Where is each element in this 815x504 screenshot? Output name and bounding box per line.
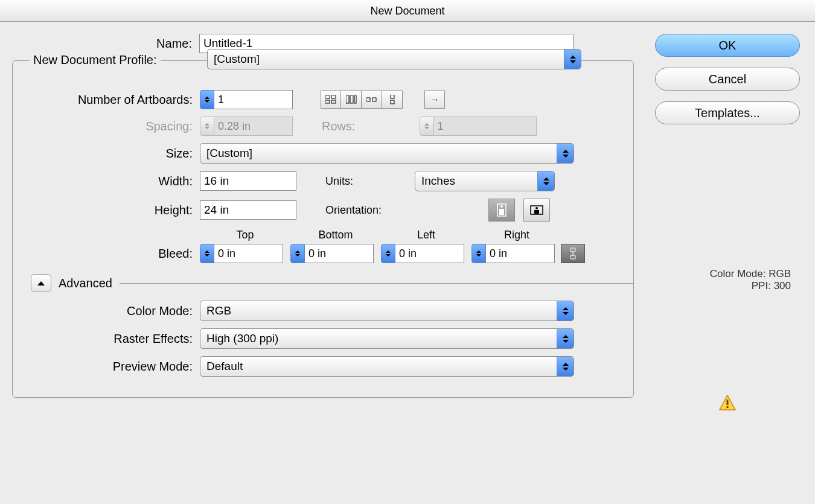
bleed-bottom-input[interactable] <box>305 244 374 263</box>
units-label: Units: <box>325 175 368 188</box>
bleed-left-stepper[interactable] <box>381 244 464 263</box>
units-select[interactable]: Inches <box>415 171 555 191</box>
artboards-stepper[interactable] <box>200 90 293 109</box>
advanced-heading: Advanced <box>59 276 112 290</box>
bleed-right-input[interactable] <box>486 244 555 263</box>
bleed-top-input[interactable] <box>214 244 283 263</box>
rows-label: Rows: <box>322 120 356 133</box>
raster-label: Raster Effects: <box>13 332 200 346</box>
svg-rect-9 <box>391 95 394 98</box>
spacing-stepper <box>200 116 293 136</box>
svg-point-15 <box>535 207 538 209</box>
rows-input <box>434 116 537 136</box>
artboards-input[interactable] <box>214 90 293 109</box>
cancel-button[interactable]: Cancel <box>655 68 800 91</box>
preview-select[interactable]: Default <box>200 356 574 377</box>
bleed-headers: Top Bottom Left Right <box>200 229 633 241</box>
dialog-title: New Document <box>0 0 815 22</box>
warning-icon <box>719 395 736 413</box>
bleed-left-input[interactable] <box>395 244 464 263</box>
templates-button[interactable]: Templates... <box>655 101 800 124</box>
svg-rect-2 <box>325 100 330 103</box>
color-mode-select[interactable]: RGB <box>200 301 574 321</box>
width-input[interactable] <box>200 171 296 191</box>
orientation-label: Orientation: <box>325 204 416 217</box>
profile-fieldset: New Document Profile: [Custom] Number of… <box>12 60 634 398</box>
svg-rect-3 <box>331 100 336 103</box>
svg-rect-10 <box>391 100 394 104</box>
svg-rect-21 <box>727 400 729 405</box>
profile-legend: New Document Profile: <box>30 53 161 67</box>
svg-rect-6 <box>354 95 356 103</box>
svg-rect-16 <box>534 210 539 214</box>
svg-rect-7 <box>366 98 370 101</box>
size-label: Size: <box>13 147 200 161</box>
ok-button[interactable]: OK <box>655 34 800 57</box>
chevron-updown-icon <box>564 49 581 69</box>
summary-info: Color Mode: RGB PPI: 300 <box>652 268 803 292</box>
bleed-bottom-stepper[interactable] <box>290 244 374 263</box>
arrange-col-icon[interactable] <box>382 91 403 109</box>
spacing-label: Spacing: <box>13 120 200 133</box>
chevron-updown-icon <box>557 144 574 163</box>
svg-rect-0 <box>325 95 330 98</box>
height-label: Height: <box>13 203 200 217</box>
svg-point-12 <box>500 205 503 208</box>
preview-label: Preview Mode: <box>13 360 200 374</box>
size-select[interactable]: [Custom] <box>200 143 574 164</box>
link-bleed-button[interactable] <box>561 244 585 263</box>
grid-row-icon[interactable] <box>321 91 341 109</box>
chevron-updown-icon <box>557 301 574 321</box>
divider <box>120 283 633 284</box>
bleed-top-stepper[interactable] <box>200 244 283 263</box>
svg-rect-1 <box>331 95 336 98</box>
advanced-disclosure-button[interactable] <box>31 274 51 292</box>
orientation-portrait-button[interactable] <box>488 199 515 222</box>
bleed-right-stepper[interactable] <box>471 244 555 263</box>
profile-select[interactable]: [Custom] <box>207 49 581 69</box>
svg-rect-22 <box>727 406 729 408</box>
chevron-updown-icon <box>557 357 574 376</box>
svg-rect-13 <box>499 209 504 215</box>
color-mode-label: Color Mode: <box>13 304 200 318</box>
direction-ltr-icon[interactable]: → <box>424 91 445 109</box>
raster-select[interactable]: High (300 ppi) <box>200 328 574 349</box>
chevron-updown-icon <box>557 329 574 348</box>
svg-rect-4 <box>346 95 349 103</box>
artboards-label: Number of Artboards: <box>13 93 200 107</box>
orientation-landscape-button[interactable] <box>523 199 550 222</box>
rows-stepper <box>420 116 537 136</box>
grid-col-icon[interactable] <box>341 91 362 109</box>
chevron-updown-icon <box>537 171 554 191</box>
svg-rect-5 <box>350 95 353 103</box>
spacing-input <box>214 116 293 136</box>
height-input[interactable] <box>200 200 296 220</box>
arrange-row-icon[interactable] <box>362 91 382 109</box>
width-label: Width: <box>13 174 200 188</box>
name-label: Name: <box>12 37 199 51</box>
bleed-label: Bleed: <box>13 247 200 261</box>
svg-rect-8 <box>372 98 376 101</box>
